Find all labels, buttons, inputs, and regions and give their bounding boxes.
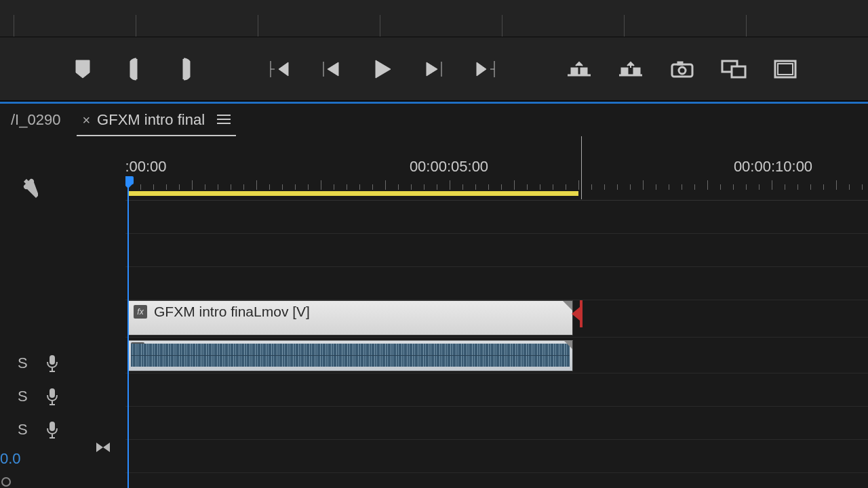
voiceover-record-icon[interactable]: [45, 420, 59, 439]
time-label: :00:00: [125, 158, 167, 176]
video-clip[interactable]: fx GFXM intro finaLmov [V]: [127, 300, 573, 336]
video-track-v4[interactable]: [125, 201, 868, 234]
clip-label: GFXM intro finaLmov [V]: [154, 304, 310, 320]
zoom-value[interactable]: 0.0: [0, 450, 21, 468]
voiceover-record-icon[interactable]: [45, 387, 59, 406]
audio-track-header-a2[interactable]: S: [0, 380, 125, 413]
audio-track-a4[interactable]: [125, 440, 868, 473]
lift-button[interactable]: [566, 56, 592, 82]
linked-selection-icon[interactable]: [94, 440, 113, 458]
audio-track-a2[interactable]: [125, 373, 868, 407]
svg-rect-6: [778, 64, 793, 75]
trim-out-cursor-icon[interactable]: [569, 300, 583, 327]
solo-button[interactable]: S: [18, 388, 28, 405]
svg-point-1: [679, 67, 686, 74]
svg-rect-8: [50, 388, 55, 398]
time-label: 00:00:10:00: [734, 158, 812, 176]
audio-waveform: [131, 344, 570, 367]
comparison-view-button[interactable]: [721, 56, 747, 82]
audio-track-header-a1[interactable]: S: [0, 346, 125, 380]
svg-rect-9: [50, 422, 55, 431]
solo-button[interactable]: S: [18, 354, 28, 372]
playhead[interactable]: [127, 176, 129, 488]
track-header-column: S S S 0.0: [0, 136, 125, 488]
zoom-slider-handle[interactable]: [1, 477, 11, 487]
clip-end-icon: [564, 341, 572, 349]
tab-menu-icon[interactable]: [217, 111, 231, 129]
audio-track-a3[interactable]: [125, 407, 868, 440]
sequence-tab-inactive[interactable]: /I_0290: [0, 104, 71, 136]
export-frame-button[interactable]: [669, 56, 695, 82]
audio-track-a1[interactable]: fx: [125, 340, 868, 373]
video-track-v2[interactable]: [125, 267, 868, 300]
add-marker-button[interactable]: [70, 56, 96, 82]
timeline-settings-icon[interactable]: [15, 176, 38, 201]
step-forward-button[interactable]: [421, 56, 447, 82]
sequence-tab-active[interactable]: × GFXM intro final: [71, 104, 241, 136]
mark-out-button[interactable]: [173, 56, 199, 82]
play-button[interactable]: [370, 56, 395, 82]
go-to-in-button[interactable]: [267, 56, 292, 82]
fx-badge-icon[interactable]: fx: [134, 305, 147, 319]
svg-rect-2: [677, 62, 683, 65]
svg-rect-7: [50, 355, 55, 365]
work-area-bar[interactable]: [127, 191, 578, 196]
timeline-tracks-area[interactable]: :00:0000:00:05:0000:00:10:00 fx GFXM int…: [125, 136, 868, 488]
time-cursor: [581, 136, 582, 199]
sequence-tab-bar: /I_0290 × GFXM intro final: [0, 104, 868, 136]
timeline-panel: S S S 0.0 :00:0000:00:05:0000:00:10:00: [0, 136, 868, 488]
video-track-v3[interactable]: [125, 234, 868, 267]
mark-in-button[interactable]: [121, 56, 147, 82]
step-back-button[interactable]: [318, 56, 344, 82]
close-tab-icon[interactable]: ×: [82, 113, 90, 128]
tab-label: GFXM intro final: [97, 111, 205, 129]
settings-button[interactable]: [772, 56, 798, 82]
video-track-v1[interactable]: fx GFXM intro finaLmov [V]: [125, 300, 868, 338]
voiceover-record-icon[interactable]: [45, 354, 59, 373]
time-label: 00:00:05:00: [410, 158, 488, 176]
go-to-out-button[interactable]: [473, 56, 498, 82]
tab-label: /I_0290: [11, 111, 60, 129]
extract-button[interactable]: [618, 56, 644, 82]
transport-toolbar: [0, 37, 868, 102]
monitor-ruler: [0, 0, 868, 37]
svg-rect-4: [732, 66, 745, 77]
audio-clip[interactable]: fx: [127, 340, 573, 371]
solo-button[interactable]: S: [18, 421, 28, 439]
